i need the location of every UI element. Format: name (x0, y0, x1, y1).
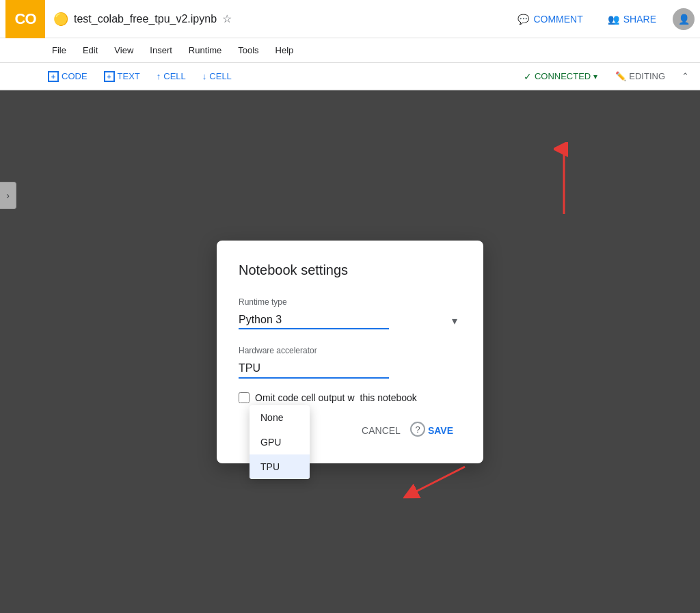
editing-button[interactable]: ✏️ EDITING (610, 68, 671, 84)
top-actions: 💬 COMMENT 👥 SHARE 👤 (509, 8, 695, 30)
help-icon[interactable]: ? (410, 422, 425, 437)
comment-button[interactable]: 💬 COMMENT (509, 10, 591, 29)
notebook-title-area: 🟡 test_colab_free_tpu_v2.ipynb ☆ (45, 12, 509, 27)
cancel-button[interactable]: CANCEL (353, 420, 409, 441)
omit-output-row: Omit code cell output w this notebook (239, 392, 461, 403)
dropdown-gpu[interactable]: GPU (250, 430, 310, 454)
omit-output-checkbox[interactable] (239, 392, 250, 403)
toolbar-right: ✓ CONNECTED ▾ ✏️ EDITING ⌃ (517, 68, 695, 85)
hardware-accelerator-dropdown: None GPU TPU (250, 405, 310, 479)
plus-text-icon: + (104, 71, 115, 82)
menu-insert[interactable]: Insert (143, 42, 179, 58)
share-button[interactable]: 👥 SHARE (600, 10, 664, 29)
editing-label: EDITING (629, 71, 665, 81)
pencil-icon: ✏️ (615, 71, 626, 81)
save-button[interactable]: SAVE (420, 420, 461, 441)
add-code-button[interactable]: + CODE (41, 68, 94, 85)
runtime-type-select[interactable]: Python 3 (239, 311, 389, 329)
runtime-type-label: Runtime type (239, 297, 461, 307)
omit-output-suffix: this notebook (360, 392, 417, 403)
user-avatar[interactable]: 👤 (673, 8, 695, 30)
star-icon[interactable]: ☆ (222, 12, 232, 25)
drive-icon: 🟡 (53, 12, 68, 27)
cell-up-label: CELL (163, 71, 186, 81)
check-icon: ✓ (524, 71, 532, 82)
menu-help[interactable]: Help (269, 42, 301, 58)
share-icon: 👥 (608, 14, 619, 25)
text-label: TEXT (118, 71, 140, 81)
add-text-button[interactable]: + TEXT (97, 68, 147, 85)
arrow-down-icon: ↓ (202, 71, 207, 81)
comment-label: COMMENT (533, 14, 582, 25)
menu-edit[interactable]: Edit (76, 42, 105, 58)
dropdown-none[interactable]: None (250, 405, 310, 430)
top-bar: CO 🟡 test_colab_free_tpu_v2.ipynb ☆ 💬 CO… (0, 0, 700, 38)
omit-output-label: Omit code cell output w (255, 392, 355, 403)
connected-button[interactable]: ✓ CONNECTED ▾ (517, 68, 604, 85)
move-cell-down-button[interactable]: ↓ CELL (196, 68, 239, 84)
arrow-up-icon: ↑ (157, 71, 161, 81)
runtime-type-select-wrapper: Python 3 ▾ (239, 311, 461, 329)
connected-chevron-icon: ▾ (593, 72, 597, 81)
colab-logo: CO (5, 0, 45, 38)
modal-title: Notebook settings (239, 262, 461, 278)
comment-icon: 💬 (517, 14, 529, 25)
share-label: SHARE (623, 14, 656, 25)
menu-file[interactable]: File (45, 42, 73, 58)
menu-view[interactable]: View (107, 42, 140, 58)
select-arrow-icon: ▾ (452, 314, 457, 327)
cell-down-label: CELL (209, 71, 232, 81)
toolbar: + CODE + TEXT ↑ CELL ↓ CELL ✓ CONNECTED … (0, 63, 700, 90)
code-label: CODE (62, 71, 88, 81)
move-cell-up-button[interactable]: ↑ CELL (150, 68, 193, 84)
menu-bar: File Edit View Insert Runtime Tools Help (0, 38, 700, 63)
collapse-button[interactable]: ⌃ (676, 68, 695, 84)
menu-runtime[interactable]: Runtime (182, 42, 228, 58)
plus-code-icon: + (48, 71, 59, 82)
notebook-title: test_colab_free_tpu_v2.ipynb (74, 13, 217, 25)
hardware-accelerator-value[interactable]: TPU (239, 359, 389, 379)
dropdown-tpu[interactable]: TPU (250, 454, 310, 479)
connected-label: CONNECTED (535, 71, 591, 81)
main-area: › Notebook settings Runtime type Python … (0, 91, 700, 613)
menu-tools[interactable]: Tools (231, 42, 265, 58)
hardware-accelerator-label: Hardware accelerator (239, 346, 461, 355)
